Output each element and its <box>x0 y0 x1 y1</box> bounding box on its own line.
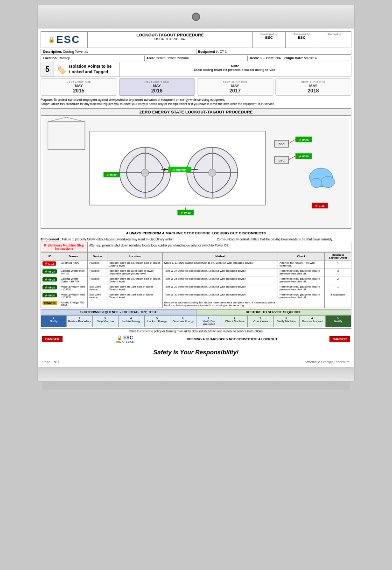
seq-step-11: 5.Notify <box>326 315 351 327</box>
cell-location: Isolation point on West side of tower. L… <box>107 268 162 276</box>
shutdown-title: SHUTDOWN SEQUENCE - LOCK/TAG, TRY, TEST <box>41 309 196 315</box>
table-row: ⚡ W-29 Makeup Water Inlet - 15 PSI Ball … <box>41 284 351 292</box>
zero-energy-header: ZERO ENERGY STATE LOCKOUT-TAGOUT PROCEDU… <box>41 108 351 116</box>
tag-icon: 🏷️ <box>56 64 66 75</box>
date-label: Date: <box>266 56 275 60</box>
cell-device: Padlock <box>88 260 107 268</box>
seq-label-9: Verify Machine <box>275 320 298 323</box>
enforcement-left: Enforcement : Failure to properly follow… <box>41 238 194 241</box>
note-cell: Note Drain cooling tower if it presents … <box>119 62 351 77</box>
footer-phone: 866-773-7541 <box>114 340 135 344</box>
area-value: Central Tower Platform <box>156 56 189 60</box>
seq-step-4: 5.Lockout Energy <box>145 315 170 327</box>
cell-order: 4 <box>325 260 351 268</box>
binder-top <box>37 5 355 28</box>
info-row: Description: Cooling Tower #1 Equipment … <box>41 49 351 55</box>
page-footer: Page 1 of 1 Schematic Example Procedure <box>41 359 351 365</box>
revn-cell: Revn: 0 - Date: N/A Origin Date: 5/1/201… <box>248 56 351 61</box>
svg-text:KINETIC: KINETIC <box>173 169 186 172</box>
id-badge: ⚡ W-30 <box>42 293 57 297</box>
logo-cell: 🔒 ESC <box>41 32 88 48</box>
step-number: 5 <box>41 62 54 77</box>
svg-text:⚡ E-11: ⚡ E-11 <box>315 204 325 208</box>
footer-notice: OPENING A GUARD DOES NOT CONSTITUTE A LO… <box>187 338 278 341</box>
cell-order: If applicable <box>325 292 351 300</box>
seq-step-9: 3.Verify Machine <box>274 315 300 327</box>
col-device: Device <box>88 252 107 260</box>
seq-label-7: Check Machine <box>223 320 246 323</box>
prelim-right: After equipment is shut down remotely, l… <box>88 242 351 252</box>
seq-step-3: 4.Isolate Energy <box>119 315 144 327</box>
seq-step-5: 6.Dissipate Energy <box>170 315 196 327</box>
table-row: ⚡ W-27 Cooling Water Inlet - 40 PSI Padl… <box>41 268 351 276</box>
logo-text: ESC <box>56 34 80 46</box>
enforcement-right: Communicate to central utilities that th… <box>198 238 351 241</box>
refer-row: Refer to corporate policy or training ma… <box>41 328 351 334</box>
table-row: ⚡ W-28 Cooling Water Outlet - 40 PSI Pad… <box>41 276 351 284</box>
location-value: Rooftop <box>58 56 70 60</box>
cell-device: Ball valve device <box>88 292 107 300</box>
reviewed-by-value: ESC <box>287 35 317 40</box>
location-row: Location: Rooftop Area: Central Tower Pl… <box>41 56 351 61</box>
seq-label-4: Lockout Energy <box>146 320 169 323</box>
cell-id: ⚡ W-27 <box>41 268 59 276</box>
cell-source: Electrical 480V <box>59 260 88 268</box>
col-id: ID <box>41 252 59 260</box>
cell-check: Reference local gauge to ensure pressure… <box>278 284 325 292</box>
origin-value: 5/1/2014 <box>304 56 316 60</box>
seq-step-2: 3.Stop Machine <box>93 315 119 327</box>
location-cell: Location: Rooftop <box>41 56 145 61</box>
cell-order: 2 <box>325 276 351 284</box>
cell-method: Move E-11 knife switch disconnect to off… <box>162 260 278 268</box>
cell-id: ⚡ E-11 <box>41 260 59 268</box>
cell-source: Kinetic Energy 750 RPM <box>59 300 88 308</box>
cell-id: ⚡ W-30 <box>41 292 59 300</box>
cell-order <box>325 300 351 308</box>
sequence-header: SHUTDOWN SEQUENCE - LOCK/TAG, TRY, TEST … <box>41 309 351 315</box>
restore-title: RESTORE TO SERVICE SEQUENCE <box>196 309 352 315</box>
seq-label-0: Notify <box>42 320 65 323</box>
page-wrapper: 🔒 ESC LOCKOUT-TAGOUT PROCEDURE OSHA CFR … <box>0 0 392 570</box>
title-sub: OSHA CFR 1910.147 <box>90 37 251 41</box>
header-row: 🔒 ESC LOCKOUT-TAGOUT PROCEDURE OSHA CFR … <box>41 31 351 48</box>
revised-by-label: Revised by <box>319 33 350 35</box>
audit-box-2018: NEXT AUDIT DUE MAY 2018 <box>275 78 352 96</box>
seq-step-6: 7.Verify De-energized <box>196 315 222 327</box>
enforcement-row: Enforcement : Failure to properly follow… <box>41 238 351 241</box>
audit-month-2016: MAY <box>120 84 194 88</box>
seq-label-3: Isolate Energy <box>119 320 143 323</box>
cell-source: Cooling Water Outlet - 40 PSI <box>59 276 88 284</box>
footer-row: DANGER 🔒 ESC 866-773-7541 OPENING A GUAR… <box>41 334 351 345</box>
cell-method: Turn W-30 valve to closed position. Lock… <box>162 292 278 300</box>
id-badge: ⚡ W-29 <box>42 285 57 289</box>
cell-check: Reference local gauge to ensure pressure… <box>278 292 325 300</box>
sequence-section: SHUTDOWN SEQUENCE - LOCK/TAG, TRY, TEST … <box>41 309 351 327</box>
svg-point-31 <box>311 178 322 187</box>
svg-text:DSC: DSC <box>279 143 285 146</box>
svg-text:⚡ W-27: ⚡ W-27 <box>106 173 117 177</box>
prelim-right-text: After equipment is shut down remotely, l… <box>89 244 228 247</box>
area-cell: Area: Central Tower Platform <box>145 56 248 61</box>
schematic-label: Schematic Example Procedure <box>305 360 350 364</box>
svg-point-30 <box>321 176 335 187</box>
cell-device <box>88 300 107 308</box>
col-method: Method <box>162 252 278 260</box>
revised-by-cell: Revised by <box>318 32 351 48</box>
cell-check: Attempt fan restart. Test with voltmeter… <box>278 260 325 268</box>
audit-year-2016: 2016 <box>120 88 194 93</box>
cell-id: KINETIC <box>41 300 59 308</box>
cell-source: Cooling Water Inlet - 40 PSI <box>59 268 88 276</box>
cell-id: ⚡ W-29 <box>41 284 59 292</box>
cell-device: Padlock <box>88 268 107 276</box>
note-label: Note <box>121 64 349 68</box>
scope-text: Scope: Utilize this procedure for any ta… <box>41 102 351 106</box>
sequence-all-steps: 1.Notify2.Review Procedure3.Stop Machine… <box>41 315 351 327</box>
id-badge: KINETIC <box>42 301 57 305</box>
cell-location: Isolation point on East side of tower. G… <box>107 284 162 292</box>
cell-method: Be sure to wait until cooling fan blades… <box>162 300 278 308</box>
svg-text:←→: ←→ <box>187 207 191 209</box>
description-label: Description: <box>43 50 62 53</box>
cell-order: 3 <box>325 268 351 276</box>
cell-method: Turn W-27 valve to closed position. Lock… <box>162 268 278 276</box>
title-cell: LOCKOUT-TAGOUT PROCEDURE OSHA CFR 1910.1… <box>88 32 253 48</box>
